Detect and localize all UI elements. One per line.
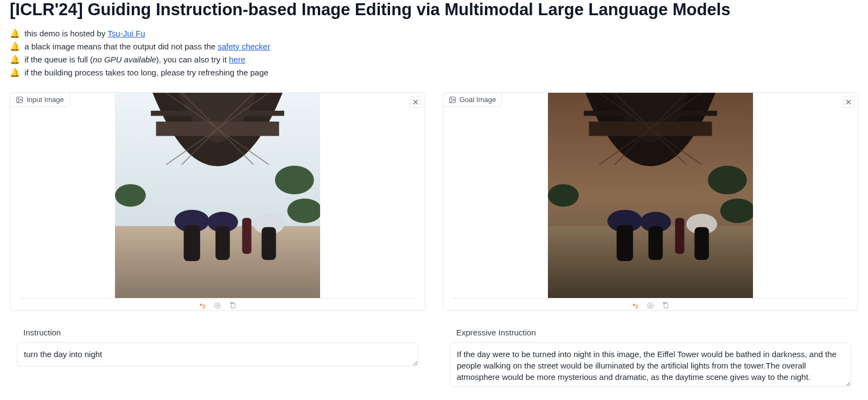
link-author[interactable]: Tsu-Jui Fu	[107, 29, 145, 38]
goal-image-label: Goal Image	[459, 96, 496, 104]
intro-em: no GPU available	[93, 55, 156, 64]
goal-image-toolbar	[443, 299, 858, 310]
page-title: [ICLR'24] Guiding Instruction-based Imag…	[10, 0, 858, 20]
instruction-label: Instruction	[17, 328, 418, 337]
goal-image-area[interactable]	[443, 93, 858, 298]
link-safety-checker[interactable]: safety checker	[218, 42, 270, 51]
close-icon	[846, 99, 851, 105]
input-image-area[interactable]	[10, 93, 425, 298]
svg-rect-28	[617, 225, 633, 261]
intro-line-1: 🔔 this demo is hosted by Tsu-Jui Fu	[10, 27, 858, 40]
input-image-label: Input Image	[27, 96, 64, 104]
goal-image-badge: Goal Image	[443, 92, 502, 107]
svg-point-7	[115, 184, 146, 207]
expressive-label: Expressive Instruction	[450, 328, 851, 337]
input-image-close-button[interactable]	[410, 96, 422, 108]
intro-text: this demo is hosted by	[24, 29, 107, 38]
svg-point-1	[18, 98, 19, 99]
svg-rect-9	[184, 225, 200, 261]
intro-line-2: 🔔 a black image means that the output di…	[10, 40, 858, 53]
edit-icon[interactable]	[647, 302, 654, 309]
svg-point-15	[215, 303, 221, 309]
svg-rect-13	[261, 227, 276, 260]
text-row: Instruction Expressive Instruction	[10, 321, 858, 394]
intro-text: a black image means that the output did …	[24, 42, 218, 51]
image-icon	[449, 96, 456, 104]
goal-image-close-button[interactable]	[843, 96, 854, 108]
intro-block: 🔔 this demo is hosted by Tsu-Jui Fu 🔔 a …	[10, 27, 858, 79]
bell-icon: 🔔	[10, 68, 20, 77]
svg-rect-33	[675, 218, 684, 254]
input-image-panel: Input Image	[10, 92, 425, 311]
svg-point-35	[649, 304, 652, 307]
undo-icon[interactable]	[631, 302, 639, 309]
svg-rect-30	[648, 226, 662, 260]
svg-point-26	[548, 184, 579, 207]
bell-icon: 🔔	[10, 55, 20, 64]
image-icon	[16, 96, 23, 104]
svg-rect-32	[694, 227, 709, 260]
image-row: Input Image	[10, 92, 858, 311]
expressive-input[interactable]	[450, 342, 851, 387]
clipboard-icon[interactable]	[229, 302, 237, 309]
svg-point-5	[275, 166, 314, 194]
instruction-block: Instruction	[17, 328, 418, 366]
svg-point-24	[708, 166, 747, 194]
bell-icon: 🔔	[10, 29, 20, 38]
bell-icon: 🔔	[10, 42, 20, 51]
svg-rect-11	[215, 226, 229, 260]
input-image-toolbar	[10, 299, 425, 310]
intro-line-3: 🔔 if the queue is full (no GPU available…	[10, 53, 858, 66]
link-alt-host[interactable]: here	[229, 55, 245, 64]
svg-point-34	[648, 303, 654, 309]
intro-line-4: 🔔 if the building process takes too long…	[10, 66, 858, 79]
intro-text: if the queue is full (	[24, 55, 93, 64]
svg-point-16	[216, 304, 219, 307]
close-icon	[413, 99, 418, 105]
intro-text: if the building process takes too long, …	[24, 68, 268, 77]
expressive-block: Expressive Instruction	[450, 328, 851, 387]
intro-text: ), you can also try it	[156, 55, 229, 64]
svg-rect-14	[242, 218, 251, 254]
clipboard-icon[interactable]	[662, 302, 669, 309]
instruction-input[interactable]	[17, 342, 418, 366]
edit-icon[interactable]	[214, 302, 221, 309]
undo-icon[interactable]	[199, 302, 206, 309]
goal-image-panel: Goal Image	[443, 92, 858, 311]
input-image-badge: Input Image	[10, 92, 70, 107]
svg-point-20	[451, 98, 452, 99]
